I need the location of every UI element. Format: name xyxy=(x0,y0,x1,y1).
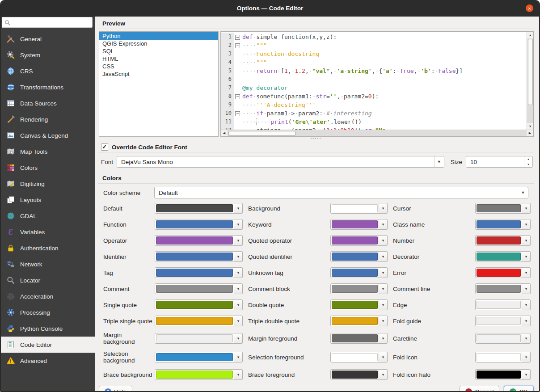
language-item-css[interactable]: CSS xyxy=(99,63,218,70)
color-dropdown-icon[interactable]: ▾ xyxy=(379,333,388,344)
sidebar-item-general[interactable]: General xyxy=(1,31,95,47)
color-dropdown-icon[interactable]: ▾ xyxy=(234,316,243,326)
color-button-caretline[interactable] xyxy=(475,333,522,344)
color-dropdown-icon[interactable]: ▾ xyxy=(379,369,388,380)
color-dropdown-icon[interactable]: ▾ xyxy=(234,235,243,246)
color-dropdown-icon[interactable]: ▾ xyxy=(522,235,531,246)
language-item-javascript[interactable]: JavaScript xyxy=(99,70,218,78)
color-button-quoted-operator[interactable] xyxy=(330,235,379,246)
color-dropdown-icon[interactable]: ▾ xyxy=(522,316,531,326)
color-dropdown-icon[interactable]: ▾ xyxy=(234,283,243,294)
language-item-html[interactable]: HTML xyxy=(99,55,218,63)
color-dropdown-icon[interactable]: ▾ xyxy=(522,219,531,230)
color-button-single-quote[interactable] xyxy=(155,299,234,310)
color-button-fold-icon-halo[interactable] xyxy=(475,369,522,380)
color-dropdown-icon[interactable]: ▾ xyxy=(234,369,243,380)
color-button-background[interactable] xyxy=(330,203,379,214)
color-button-fold-icon[interactable] xyxy=(475,352,522,362)
vertical-scroll-thumb[interactable] xyxy=(528,39,533,105)
sidebar-item-python-console[interactable]: Python Console xyxy=(1,320,95,337)
sidebar-item-variables[interactable]: ƐVariables xyxy=(1,224,95,240)
sidebar-item-transformations[interactable]: Transformations xyxy=(1,79,95,95)
scroll-right-icon[interactable]: ▶ xyxy=(527,130,533,136)
color-dropdown-icon[interactable]: ▾ xyxy=(379,235,388,246)
color-dropdown-icon[interactable]: ▾ xyxy=(522,251,531,262)
color-button-triple-single-quote[interactable] xyxy=(155,316,234,326)
fold-marker-icon[interactable] xyxy=(234,41,241,50)
color-button-comment[interactable] xyxy=(155,283,234,294)
search-input[interactable] xyxy=(10,19,90,26)
scroll-left-icon[interactable]: ◀ xyxy=(221,130,228,136)
color-button-function[interactable] xyxy=(155,219,234,230)
color-button-quoted-identifier[interactable] xyxy=(330,251,379,262)
color-button-triple-double-quote[interactable] xyxy=(330,316,379,326)
sidebar-item-data-sources[interactable]: Data Sources xyxy=(1,95,95,111)
color-dropdown-icon[interactable]: ▾ xyxy=(379,251,388,262)
color-button-keyword[interactable] xyxy=(330,219,379,230)
sidebar-item-rendering[interactable]: Rendering xyxy=(1,111,95,127)
fold-marker-icon[interactable] xyxy=(234,92,241,101)
sidebar-item-acceleration[interactable]: Acceleration xyxy=(1,288,95,304)
help-button[interactable]: ? Help xyxy=(99,386,132,392)
splitter-handle[interactable] xyxy=(97,137,534,140)
color-button-unknown-tag[interactable] xyxy=(330,267,379,278)
color-button-identifier[interactable] xyxy=(155,251,234,262)
sidebar-item-digitizing[interactable]: Digitizing xyxy=(1,176,95,192)
sidebar-item-colors[interactable]: Colors xyxy=(1,160,95,176)
sidebar-item-processing[interactable]: Processing xyxy=(1,304,95,320)
color-dropdown-icon[interactable]: ▾ xyxy=(234,267,243,278)
color-button-error[interactable] xyxy=(475,267,522,278)
color-dropdown-icon[interactable]: ▾ xyxy=(379,299,388,310)
color-button-default[interactable] xyxy=(155,203,234,214)
language-item-qgis-expression[interactable]: QGIS Expression xyxy=(99,40,218,47)
sidebar-search[interactable] xyxy=(2,17,93,28)
color-dropdown-icon[interactable]: ▾ xyxy=(234,299,243,310)
close-icon[interactable]: × xyxy=(526,4,533,12)
color-dropdown-icon[interactable]: ▾ xyxy=(522,333,531,344)
color-dropdown-icon[interactable]: ▾ xyxy=(522,203,531,214)
spin-down-icon[interactable]: ▼ xyxy=(524,162,532,167)
sidebar-item-code-editor[interactable]: Code Editor xyxy=(1,337,95,353)
sidebar-item-network[interactable]: Network xyxy=(1,256,95,272)
language-item-python[interactable]: Python xyxy=(99,32,218,40)
sidebar-item-map-tools[interactable]: Map Tools xyxy=(1,143,95,160)
sidebar-item-gdal[interactable]: GDAL xyxy=(1,208,95,224)
override-font-checkbox[interactable] xyxy=(101,143,108,151)
color-dropdown-icon[interactable]: ▾ xyxy=(379,352,388,362)
ok-button[interactable]: ✓ OK xyxy=(504,386,534,392)
cancel-button[interactable]: ✕ Cancel xyxy=(460,386,499,392)
color-dropdown-icon[interactable]: ▾ xyxy=(234,352,243,362)
color-dropdown-icon[interactable]: ▾ xyxy=(234,333,243,344)
spin-up-icon[interactable]: ▲ xyxy=(524,156,532,162)
color-button-brace-foreground[interactable] xyxy=(330,369,379,380)
color-dropdown-icon[interactable]: ▾ xyxy=(522,283,531,294)
color-button-cursor[interactable] xyxy=(475,203,522,214)
vertical-scrollbar[interactable]: ▲ ▼ xyxy=(527,32,533,130)
color-dropdown-icon[interactable]: ▾ xyxy=(379,316,388,326)
sidebar-item-crs[interactable]: CRS xyxy=(1,63,95,79)
fold-marker-icon[interactable] xyxy=(234,33,241,41)
color-button-edge[interactable] xyxy=(475,299,522,310)
sidebar-item-authentication[interactable]: Authentication xyxy=(1,240,95,256)
color-button-operator[interactable] xyxy=(155,235,234,246)
color-dropdown-icon[interactable]: ▾ xyxy=(379,203,388,214)
scroll-down-icon[interactable]: ▼ xyxy=(527,123,533,130)
language-item-sql[interactable]: SQL xyxy=(99,47,218,55)
color-dropdown-icon[interactable]: ▾ xyxy=(522,299,531,310)
color-button-brace-background[interactable] xyxy=(155,369,234,380)
color-dropdown-icon[interactable]: ▾ xyxy=(522,352,531,362)
color-button-selection-background[interactable] xyxy=(155,352,234,362)
color-button-selection-foreground[interactable] xyxy=(330,352,379,362)
font-size-stepper[interactable]: 10 ▲ ▼ xyxy=(466,156,533,168)
color-dropdown-icon[interactable]: ▾ xyxy=(234,219,243,230)
color-button-double-quote[interactable] xyxy=(330,299,379,310)
fold-marker-icon[interactable] xyxy=(234,109,241,118)
color-button-tag[interactable] xyxy=(155,267,234,278)
sidebar-item-system[interactable]: System xyxy=(1,47,95,63)
color-dropdown-icon[interactable]: ▾ xyxy=(234,251,243,262)
color-scheme-combo[interactable]: Default ▼ xyxy=(154,187,528,198)
sidebar-item-canvas-legend[interactable]: Canvas & Legend xyxy=(1,127,95,143)
color-dropdown-icon[interactable]: ▾ xyxy=(379,267,388,278)
sidebar-item-advanced[interactable]: Advanced xyxy=(1,353,95,369)
color-button-margin-foreground[interactable] xyxy=(330,333,379,344)
